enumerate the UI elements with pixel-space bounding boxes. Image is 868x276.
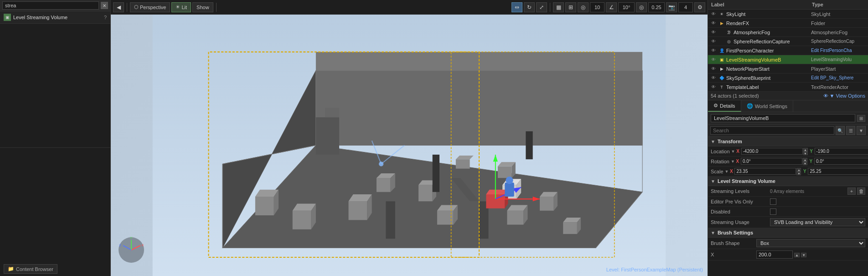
ry-letter: Y xyxy=(808,159,814,164)
rotation-x-down[interactable]: ▼ xyxy=(803,161,807,165)
surface-button[interactable]: ▦ xyxy=(553,2,564,12)
outliner-row-spherereflection[interactable]: 👁 ◎ SphereReflectionCapture SphereReflec… xyxy=(708,37,868,46)
brush-x-spinner-down[interactable]: ▼ xyxy=(801,253,806,257)
location-x-spinner[interactable]: ▲ ▼ xyxy=(803,148,808,155)
view-options-button[interactable]: 👁 ▼ View Options xyxy=(823,93,865,99)
angle-input[interactable]: 10° xyxy=(618,2,635,12)
outliner-row-firstperson[interactable]: 👁 👤 FirstPersonCharacter Edit FirstPerso… xyxy=(708,46,868,55)
translate-button[interactable]: ⇔ xyxy=(512,2,522,12)
lsv-arrow-icon: ▼ xyxy=(711,179,715,184)
location-label[interactable]: Location ▼ xyxy=(711,149,735,154)
rotation-label[interactable]: Rotation ▼ xyxy=(711,159,735,164)
streaming-usage-select[interactable]: SVB Loading and Visibility SVB Loading S… xyxy=(770,218,865,226)
outliner-row-lsv[interactable]: 👁 ▣ LevelStreamingVolumeB LevelStreaming… xyxy=(708,55,868,64)
cam-input[interactable]: 4 xyxy=(678,2,693,12)
tab-world-settings[interactable]: 🌐 World Settings xyxy=(741,100,793,112)
content-browser-button[interactable]: 📁 Content Browser xyxy=(4,264,57,274)
outliner-row-renderfx[interactable]: 👁 ▶ RenderFX Folder xyxy=(708,19,868,28)
lsv-section-title: Level Streaming Volume xyxy=(718,178,775,184)
scale-x-down[interactable]: ▼ xyxy=(796,172,801,175)
location-x-down[interactable]: ▼ xyxy=(803,151,808,155)
visibility-icon-tl[interactable]: 👁 xyxy=(710,84,717,90)
disabled-checkbox[interactable] xyxy=(770,208,776,215)
filter-button[interactable]: ▼ xyxy=(857,126,866,135)
col-label-header: Label xyxy=(710,1,811,8)
lsv-section-header[interactable]: ▼ Level Streaming Volume xyxy=(708,177,868,186)
svg-marker-6 xyxy=(386,201,395,239)
search-button[interactable]: 🔍 xyxy=(836,126,845,135)
row-label-fog: AtmosphericFog xyxy=(734,30,811,35)
y-letter: Y xyxy=(809,149,814,154)
rotate-button[interactable]: ↻ xyxy=(524,2,535,12)
visibility-icon-sphere[interactable]: 👁 xyxy=(710,38,717,45)
outliner-row-atmosphericfog[interactable]: 👁 🌫 AtmosphericFog AtmosphericFog xyxy=(708,28,868,37)
brush-x-input[interactable]: 200.0 xyxy=(756,250,793,259)
visibility-icon-renderfx[interactable]: 👁 xyxy=(710,20,717,26)
view-options-label: ▼ View Options xyxy=(829,93,865,99)
snap-input[interactable]: 0.25 xyxy=(648,2,665,12)
transform-section-title: Transform xyxy=(718,139,742,144)
row-type-ss[interactable]: Edit BP_Sky_Sphere xyxy=(811,75,866,80)
close-button[interactable]: ✕ xyxy=(101,2,108,9)
search-input[interactable]: strea xyxy=(2,1,99,10)
snap2-button[interactable]: ◎ xyxy=(636,2,647,12)
viewport-canvas[interactable]: X Y Z Level: FirstPersonExampleMap (Pers… xyxy=(111,15,708,276)
angle-button[interactable]: ∠ xyxy=(606,2,617,12)
grid-button[interactable]: ⊞ xyxy=(565,2,576,12)
show-button[interactable]: Show xyxy=(192,2,213,12)
help-icon[interactable]: ? xyxy=(104,15,107,20)
array-add-button[interactable]: + xyxy=(847,187,856,195)
list-view-button[interactable]: ☰ xyxy=(846,126,855,135)
visibility-icon-fp[interactable]: 👁 xyxy=(710,47,717,54)
svg-rect-56 xyxy=(325,108,339,117)
rotation-x-up[interactable]: ▲ xyxy=(803,158,807,161)
scale-x-up[interactable]: ▲ xyxy=(796,168,801,172)
scale-button[interactable]: ⤢ xyxy=(536,2,547,12)
transform-section-header[interactable]: ▼ Transform xyxy=(708,137,868,146)
array-remove-button[interactable]: 🗑 xyxy=(857,187,865,195)
visibility-icon-np[interactable]: 👁 xyxy=(710,66,717,72)
brush-x-spinner-up[interactable]: ▲ xyxy=(794,253,800,257)
toolbar-right: ⇔ ↻ ⤢ ▦ ⊞ ◎ 10 ∠ 10° ◎ 0.25 📷 4 ⚙ xyxy=(512,2,705,12)
content-browser-area: 📁 Content Browser xyxy=(0,147,110,276)
streaming-usage-row: Streaming Usage SVB Loading and Visibili… xyxy=(708,217,868,228)
overlay-map-link[interactable]: FirstPersonExampleMap xyxy=(621,267,676,272)
viewport-arrow-button[interactable]: ◀ xyxy=(113,2,124,12)
editor-pre-vis-checkbox[interactable] xyxy=(770,198,776,205)
row-type-fp[interactable]: Edit FirstPersonCha xyxy=(811,48,866,53)
scale-label[interactable]: Scale ▼ xyxy=(711,169,728,174)
scale-x-input[interactable]: 23.35 xyxy=(734,168,796,175)
perspective-label: Perspective xyxy=(140,5,166,10)
location-x-input[interactable]: -4200.0 xyxy=(741,148,803,155)
row-icon-lsv: ▣ xyxy=(718,57,725,63)
details-name-input[interactable]: LevelStreamingVolumeB xyxy=(711,114,855,122)
grid-input[interactable]: 10 xyxy=(590,2,604,12)
brush-shape-select[interactable]: Box Sphere Cylinder xyxy=(756,239,865,247)
details-search-input[interactable] xyxy=(710,126,834,135)
brush-shape-value: Box Sphere Cylinder xyxy=(756,239,865,247)
perspective-button[interactable]: ⬡ Perspective xyxy=(130,2,170,12)
rotation-x-input[interactable]: 0.0° xyxy=(741,158,802,165)
rotation-x-spinner[interactable]: ▲ ▼ xyxy=(803,158,807,165)
visibility-icon-lsv[interactable]: 👁 xyxy=(710,57,717,63)
visibility-icon-fog[interactable]: 👁 xyxy=(710,29,717,36)
outliner-row-networkplayer[interactable]: 👁 ▶ NetworkPlayerStart PlayerStart xyxy=(708,64,868,73)
tab-details[interactable]: ⚙ Details xyxy=(708,100,741,112)
outliner-row-skysphere[interactable]: 👁 🔷 SkySphereBlueprint Edit BP_Sky_Spher… xyxy=(708,73,868,83)
scale-y-input[interactable]: 25.25 xyxy=(808,168,868,175)
cam-button[interactable]: 📷 xyxy=(666,2,677,12)
outliner-row-template[interactable]: 👁 T TemplateLabel TextRenderActor xyxy=(708,83,868,92)
location-y-input[interactable]: -190.0 xyxy=(815,148,868,155)
scale-x-spinner[interactable]: ▲ ▼ xyxy=(796,168,801,175)
location-x-up[interactable]: ▲ xyxy=(803,148,808,151)
settings-button[interactable]: ⚙ xyxy=(694,2,705,12)
outliner-row-skylight[interactable]: 👁 ☀ SkyLight SkyLight xyxy=(708,10,868,19)
lit-button[interactable]: ☀ Lit xyxy=(171,2,191,12)
name-browse-button[interactable]: ⊞ xyxy=(857,115,865,122)
snap-button[interactable]: ◎ xyxy=(578,2,589,12)
rotation-y-input[interactable]: 0.0° xyxy=(814,158,868,165)
visibility-icon[interactable]: 👁 xyxy=(710,11,717,17)
brush-section-header[interactable]: ▼ Brush Settings xyxy=(708,228,868,238)
svg-marker-15 xyxy=(348,201,367,220)
visibility-icon-ss[interactable]: 👁 xyxy=(710,75,717,81)
